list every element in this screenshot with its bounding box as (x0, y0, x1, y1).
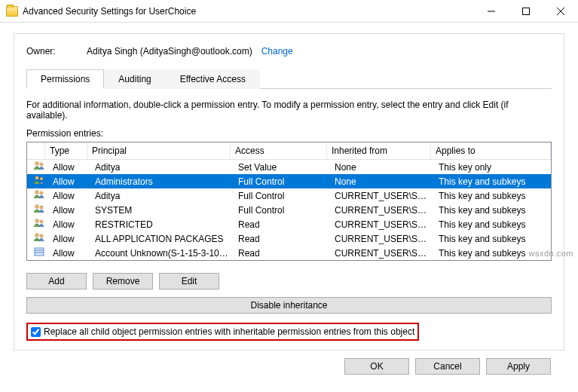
svg-point-4 (35, 162, 39, 166)
cell-type: Allow (48, 162, 90, 173)
svg-point-9 (40, 191, 43, 194)
close-button[interactable] (543, 0, 578, 22)
cell-principal: SYSTEM (90, 205, 234, 216)
table-row[interactable]: AllowAdityaSet ValueNoneThis key only (27, 160, 551, 174)
people-icon (30, 174, 48, 188)
cell-applies: This key and subkeys (434, 219, 551, 230)
cell-applies: This key and subkeys (434, 176, 551, 187)
replace-children-label: Replace all child object permission entr… (44, 326, 414, 337)
remove-button[interactable]: Remove (93, 273, 153, 289)
ok-button[interactable]: OK (344, 358, 409, 375)
cell-type: Allow (48, 176, 90, 187)
main-frame: Owner: Aditya Singh (AdityaSingh@outlook… (14, 33, 564, 351)
cell-applies: This key only (434, 162, 551, 173)
tabs: Permissions Auditing Effective Access (26, 69, 552, 89)
svg-point-12 (35, 219, 39, 223)
table-row[interactable]: AllowSYSTEMFull ControlCURRENT_USER\Soft… (27, 203, 551, 217)
cell-principal: Aditya (90, 191, 234, 201)
owner-label: Owner: (26, 46, 87, 57)
table-row[interactable]: AllowAdministratorsFull ControlNoneThis … (27, 174, 551, 188)
owner-value: Aditya Singh (AdityaSingh@outlook.com) (87, 46, 252, 57)
box-icon (30, 246, 48, 260)
svg-rect-1 (523, 8, 530, 14)
maximize-button[interactable] (509, 0, 543, 22)
people-icon (30, 160, 48, 174)
svg-point-10 (35, 205, 39, 209)
table-row[interactable]: AllowRESTRICTEDReadCURRENT_USER\Soft...T… (27, 217, 551, 231)
table-row[interactable]: AllowAdityaFull ControlCURRENT_USER\Soft… (27, 188, 551, 203)
cell-type: Allow (48, 205, 90, 216)
replace-children-row[interactable]: Replace all child object permission entr… (26, 323, 419, 341)
info-text: For additional information, double-click… (26, 100, 552, 121)
cell-inherited: CURRENT_USER\Soft... (330, 191, 434, 201)
cell-type: Allow (48, 234, 90, 244)
table-header: Type Principal Access Inherited from App… (27, 142, 551, 160)
col-type[interactable]: Type (45, 142, 87, 159)
add-button[interactable]: Add (26, 273, 87, 289)
svg-point-8 (35, 191, 39, 194)
cell-type: Allow (48, 191, 90, 201)
people-icon (30, 217, 48, 231)
svg-point-5 (40, 163, 43, 166)
apply-button[interactable]: Apply (486, 358, 551, 375)
svg-point-6 (35, 176, 39, 180)
cell-principal: Aditya (90, 162, 234, 173)
cell-access: Full Control (234, 176, 330, 187)
replace-children-checkbox[interactable] (31, 327, 41, 337)
cell-principal: Account Unknown(S-1-15-3-102... (90, 248, 234, 259)
svg-rect-16 (35, 248, 44, 256)
col-inherited[interactable]: Inherited from (327, 142, 431, 159)
tab-permissions[interactable]: Permissions (26, 69, 104, 89)
cell-access: Read (234, 234, 330, 244)
window-title: Advanced Security Settings for UserChoic… (23, 6, 474, 17)
edit-button[interactable]: Edit (159, 273, 219, 289)
people-icon (30, 231, 48, 246)
cell-inherited: CURRENT_USER\Soft... (330, 219, 434, 230)
cell-principal: Administrators (90, 176, 234, 187)
cell-inherited: CURRENT_USER\Soft... (330, 248, 434, 259)
cell-access: Read (234, 248, 330, 259)
table-row[interactable]: AllowAccount Unknown(S-1-15-3-102...Read… (27, 246, 551, 260)
col-access[interactable]: Access (231, 142, 327, 159)
col-applies[interactable]: Applies to (431, 142, 551, 159)
svg-point-15 (40, 234, 43, 237)
cell-access: Read (234, 219, 330, 230)
tab-auditing[interactable]: Auditing (104, 69, 165, 89)
cell-applies: This key and subkeys (434, 234, 551, 244)
watermark: wsxdn.com (528, 249, 573, 258)
cell-access: Set Value (234, 162, 330, 173)
cell-applies: This key and subkeys (434, 191, 551, 201)
cell-type: Allow (48, 248, 90, 259)
minimize-button[interactable] (474, 0, 509, 22)
titlebar: Advanced Security Settings for UserChoic… (0, 0, 578, 23)
cell-applies: This key and subkeys (434, 205, 551, 216)
cell-inherited: CURRENT_USER\Soft... (330, 205, 434, 216)
col-principal[interactable]: Principal (87, 142, 231, 159)
disable-inheritance-button[interactable]: Disable inheritance (26, 297, 552, 314)
tab-effective-access[interactable]: Effective Access (166, 69, 260, 89)
window-buttons (474, 0, 578, 22)
permission-table: Type Principal Access Inherited from App… (26, 142, 552, 261)
cell-inherited: None (330, 176, 434, 187)
svg-point-11 (40, 206, 43, 209)
folder-icon (6, 6, 18, 17)
cell-access: Full Control (234, 205, 330, 216)
cell-principal: RESTRICTED (90, 219, 234, 230)
people-icon (30, 188, 48, 203)
change-owner-link[interactable]: Change (261, 46, 293, 57)
cancel-button[interactable]: Cancel (415, 358, 480, 375)
cell-type: Allow (48, 219, 90, 230)
people-icon (30, 203, 48, 217)
svg-point-13 (40, 220, 43, 223)
cell-principal: ALL APPLICATION PACKAGES (90, 234, 234, 244)
cell-inherited: None (330, 162, 434, 173)
svg-point-14 (35, 234, 39, 237)
cell-inherited: CURRENT_USER\Soft... (330, 234, 434, 244)
table-row[interactable]: AllowALL APPLICATION PACKAGESReadCURRENT… (27, 231, 551, 246)
cell-access: Full Control (234, 191, 330, 201)
svg-point-7 (40, 177, 43, 180)
entries-label: Permission entries: (26, 128, 552, 139)
